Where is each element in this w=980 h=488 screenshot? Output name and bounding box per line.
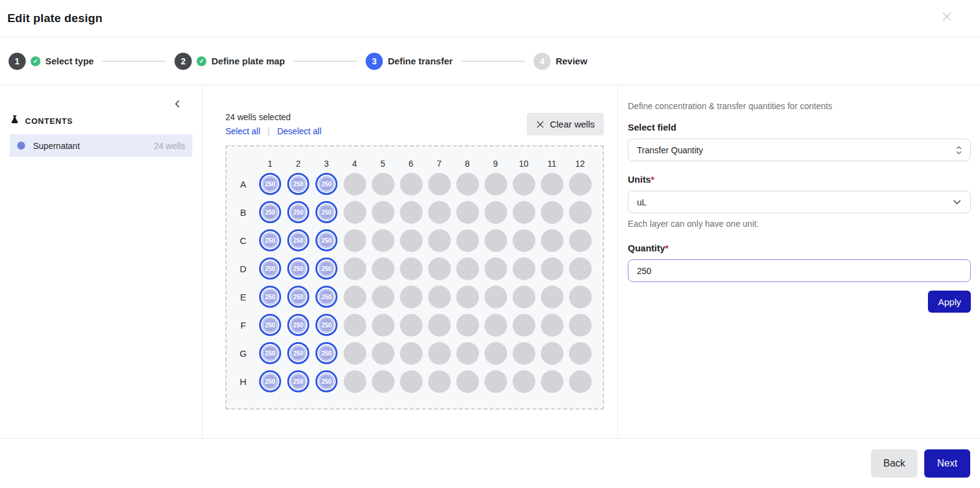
well-B10[interactable] bbox=[510, 198, 538, 226]
well-F8[interactable] bbox=[453, 311, 481, 339]
well-A7[interactable] bbox=[425, 170, 453, 198]
well-E9[interactable] bbox=[481, 283, 510, 311]
well-B8[interactable] bbox=[453, 198, 481, 226]
well-C3[interactable]: 250 bbox=[312, 226, 341, 254]
well-C8[interactable] bbox=[453, 226, 481, 254]
well-H11[interactable] bbox=[538, 367, 566, 395]
well-C9[interactable] bbox=[481, 226, 510, 254]
well-A9[interactable] bbox=[481, 170, 510, 198]
well-A5[interactable] bbox=[369, 170, 397, 198]
well-F9[interactable] bbox=[481, 311, 510, 339]
well-H3[interactable]: 250 bbox=[312, 367, 341, 395]
well-E7[interactable] bbox=[425, 283, 453, 311]
well-H4[interactable] bbox=[341, 367, 369, 395]
select-all-link[interactable]: Select all bbox=[225, 126, 260, 136]
well-G8[interactable] bbox=[453, 339, 481, 367]
close-icon[interactable] bbox=[940, 9, 954, 24]
well-E5[interactable] bbox=[369, 283, 397, 311]
well-B11[interactable] bbox=[538, 198, 566, 226]
well-B9[interactable] bbox=[481, 198, 510, 226]
well-E8[interactable] bbox=[453, 283, 481, 311]
well-C1[interactable]: 250 bbox=[256, 226, 284, 254]
well-C2[interactable]: 250 bbox=[284, 226, 312, 254]
well-H10[interactable] bbox=[510, 367, 538, 395]
well-H9[interactable] bbox=[481, 367, 510, 395]
deselect-all-link[interactable]: Deselect all bbox=[277, 126, 321, 136]
well-G5[interactable] bbox=[369, 339, 397, 367]
well-E6[interactable] bbox=[397, 283, 425, 311]
well-F12[interactable] bbox=[566, 311, 594, 339]
back-button[interactable]: Back bbox=[871, 449, 918, 478]
well-F6[interactable] bbox=[397, 311, 425, 339]
well-A10[interactable] bbox=[510, 170, 538, 198]
step-review[interactable]: 4Review bbox=[533, 53, 587, 70]
well-H6[interactable] bbox=[397, 367, 425, 395]
well-B12[interactable] bbox=[566, 198, 594, 226]
well-A12[interactable] bbox=[566, 170, 594, 198]
step-define-plate-map[interactable]: 2✓Define plate map bbox=[175, 53, 285, 70]
well-G11[interactable] bbox=[538, 339, 566, 367]
well-G6[interactable] bbox=[397, 339, 425, 367]
well-G9[interactable] bbox=[481, 339, 510, 367]
well-H7[interactable] bbox=[425, 367, 453, 395]
well-D4[interactable] bbox=[341, 254, 369, 283]
well-E11[interactable] bbox=[538, 283, 566, 311]
well-E12[interactable] bbox=[566, 283, 594, 311]
well-E3[interactable]: 250 bbox=[312, 283, 341, 311]
well-C10[interactable] bbox=[510, 226, 538, 254]
well-E2[interactable]: 250 bbox=[284, 283, 312, 311]
well-F11[interactable] bbox=[538, 311, 566, 339]
well-A6[interactable] bbox=[397, 170, 425, 198]
well-C5[interactable] bbox=[369, 226, 397, 254]
well-D9[interactable] bbox=[481, 254, 510, 283]
well-C7[interactable] bbox=[425, 226, 453, 254]
well-F7[interactable] bbox=[425, 311, 453, 339]
well-B1[interactable]: 250 bbox=[256, 198, 284, 226]
field-select[interactable]: Transfer Quantity bbox=[628, 139, 971, 161]
well-A11[interactable] bbox=[538, 170, 566, 198]
well-G12[interactable] bbox=[566, 339, 594, 367]
well-A2[interactable]: 250 bbox=[284, 170, 312, 198]
well-H8[interactable] bbox=[453, 367, 481, 395]
next-button[interactable]: Next bbox=[924, 449, 970, 478]
well-H5[interactable] bbox=[369, 367, 397, 395]
well-B3[interactable]: 250 bbox=[312, 198, 341, 226]
well-D6[interactable] bbox=[397, 254, 425, 283]
well-D12[interactable] bbox=[566, 254, 594, 283]
well-D5[interactable] bbox=[369, 254, 397, 283]
content-item-supernatant[interactable]: Supernatant 24 wells bbox=[10, 134, 192, 157]
units-select[interactable]: uL bbox=[628, 191, 971, 213]
well-F1[interactable]: 250 bbox=[256, 311, 284, 339]
well-G10[interactable] bbox=[510, 339, 538, 367]
well-B7[interactable] bbox=[425, 198, 453, 226]
well-F4[interactable] bbox=[341, 311, 369, 339]
quantity-input[interactable]: 250 bbox=[628, 259, 971, 282]
well-H1[interactable]: 250 bbox=[256, 367, 284, 395]
well-D8[interactable] bbox=[453, 254, 481, 283]
apply-button[interactable]: Apply bbox=[928, 291, 971, 313]
well-B5[interactable] bbox=[369, 198, 397, 226]
well-G7[interactable] bbox=[425, 339, 453, 367]
well-A8[interactable] bbox=[453, 170, 481, 198]
well-D3[interactable]: 250 bbox=[312, 254, 341, 283]
well-G4[interactable] bbox=[341, 339, 369, 367]
well-A4[interactable] bbox=[341, 170, 369, 198]
well-E10[interactable] bbox=[510, 283, 538, 311]
well-E1[interactable]: 250 bbox=[256, 283, 284, 311]
well-C12[interactable] bbox=[566, 226, 594, 254]
well-D11[interactable] bbox=[538, 254, 566, 283]
step-define-transfer[interactable]: 3Define transfer bbox=[366, 53, 453, 70]
clear-wells-button[interactable]: Clear wells bbox=[527, 113, 604, 135]
well-F5[interactable] bbox=[369, 311, 397, 339]
well-A3[interactable]: 250 bbox=[312, 170, 341, 198]
well-A1[interactable]: 250 bbox=[256, 170, 284, 198]
well-F3[interactable]: 250 bbox=[312, 311, 341, 339]
well-H12[interactable] bbox=[566, 367, 594, 395]
well-D10[interactable] bbox=[510, 254, 538, 283]
well-G3[interactable]: 250 bbox=[312, 339, 341, 367]
well-D1[interactable]: 250 bbox=[256, 254, 284, 283]
well-C4[interactable] bbox=[341, 226, 369, 254]
well-B2[interactable]: 250 bbox=[284, 198, 312, 226]
collapse-sidebar-icon[interactable] bbox=[172, 99, 183, 112]
well-B6[interactable] bbox=[397, 198, 425, 226]
